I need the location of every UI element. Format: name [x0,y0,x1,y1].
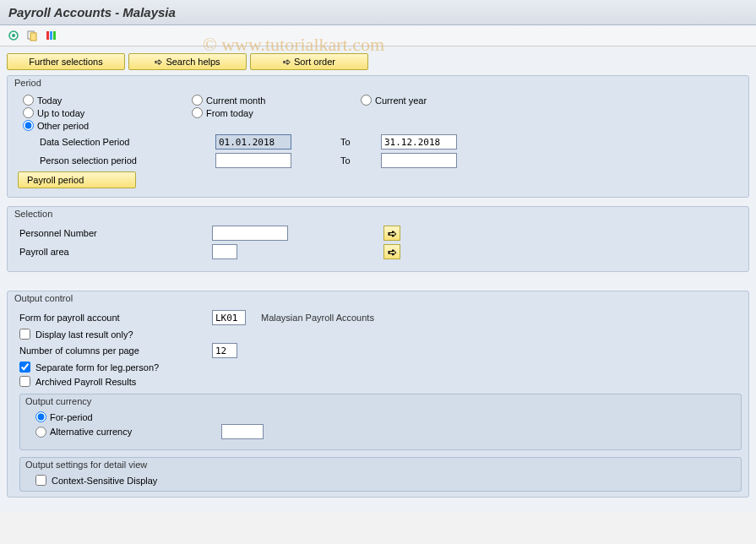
stripes-icon[interactable] [44,29,57,42]
radio-other-period-label: Other period [37,121,89,131]
context-sensitive-checkbox[interactable] [35,475,46,486]
arrow-right-icon: ➪ [155,57,162,68]
payroll-area-multi-button[interactable]: ➪ [383,244,400,259]
context-sensitive-label: Context-Sensitive Display [52,476,157,486]
app-toolbar [0,25,756,46]
arrow-right-icon: ➪ [283,57,291,68]
variant-icon[interactable] [25,29,39,42]
display-last-result-checkbox[interactable] [19,329,30,340]
radio-alternative-currency-label: Alternative currency [50,427,132,437]
sort-order-button[interactable]: ➪ Sort order [250,53,368,70]
arrow-right-icon: ➪ [388,246,397,258]
radio-up-to-today-label: Up to today [37,108,84,118]
svg-point-1 [12,34,15,37]
display-last-result-label: Display last result only? [35,329,133,340]
payroll-area-label: Payroll area [19,247,205,257]
radio-current-year-label: Current year [375,95,427,106]
data-selection-from-input[interactable] [215,134,291,150]
output-detail-view-title: Output settings for detail view [25,460,734,470]
radio-today-label: Today [37,95,62,106]
personnel-number-label: Personnel Number [19,228,205,238]
further-selections-button[interactable]: Further selections [7,53,125,70]
svg-rect-6 [53,31,56,40]
radio-today[interactable]: Today [23,95,141,106]
radio-other-period-input[interactable] [23,120,34,131]
radio-for-period-label: For-period [50,412,93,422]
person-selection-label: Person selection period [40,155,209,166]
separate-form-checkbox[interactable] [19,362,30,373]
output-currency-title: Output currency [25,396,734,406]
radio-from-today-label: From today [206,108,253,118]
period-group-title: Period [11,76,742,90]
person-selection-from-input[interactable] [215,153,291,168]
period-group: Period Today Current month Current year … [7,75,749,198]
payroll-period-button[interactable]: Payroll period [18,171,136,188]
radio-today-input[interactable] [23,95,34,106]
radio-current-month-input[interactable] [192,95,203,106]
form-for-payroll-label: Form for payroll account [19,313,205,323]
radio-other-period[interactable]: Other period [23,120,141,131]
radio-for-period-input[interactable] [35,411,46,422]
payroll-area-input[interactable] [212,244,237,259]
output-control-title: Output control [11,291,742,305]
radio-from-today-input[interactable] [192,107,203,118]
to-label-1: To [340,137,374,147]
separate-form-label: Separate form for leg.person? [35,362,159,373]
search-helps-label: Search helps [166,57,220,67]
selection-group: Selection Personnel Number ➪ Payroll are… [7,206,749,272]
selection-group-title: Selection [11,207,742,220]
output-control-group: Output control Form for payroll account … [7,291,749,498]
personnel-number-input[interactable] [212,226,288,241]
data-selection-to-input[interactable] [381,134,457,150]
to-label-2: To [340,155,374,166]
radio-for-period[interactable]: For-period [35,411,154,422]
execute-icon[interactable] [7,29,20,42]
content-area: Further selections ➪ Search helps ➪ Sort… [0,46,756,513]
radio-current-month-label: Current month [206,95,265,106]
radio-current-year[interactable]: Current year [361,95,479,106]
num-columns-label: Number of columns per page [19,345,205,356]
alternative-currency-input[interactable] [221,424,264,439]
selection-buttons: Further selections ➪ Search helps ➪ Sort… [7,53,749,70]
search-helps-button[interactable]: ➪ Search helps [128,53,247,70]
output-currency-group: Output currency For-period Alternative c… [19,394,742,450]
arrow-right-icon: ➪ [388,227,397,240]
form-for-payroll-desc: Malaysian Payroll Accounts [261,313,374,323]
page-title: Payroll Accounts - Malaysia [0,0,756,25]
radio-alternative-currency-input[interactable] [35,427,46,438]
archived-results-label: Archived Payroll Results [35,377,136,387]
radio-from-today[interactable]: From today [192,107,310,118]
svg-rect-5 [50,31,52,40]
radio-alternative-currency[interactable]: Alternative currency [35,427,196,438]
output-detail-view-group: Output settings for detail view Context-… [19,457,742,492]
sort-order-label: Sort order [294,57,335,67]
svg-rect-4 [46,31,49,40]
radio-current-month[interactable]: Current month [192,95,310,106]
radio-up-to-today-input[interactable] [23,107,34,118]
radio-up-to-today[interactable]: Up to today [23,107,141,118]
form-for-payroll-input[interactable] [212,310,246,325]
person-selection-to-input[interactable] [381,153,457,168]
personnel-number-multi-button[interactable]: ➪ [383,226,400,241]
svg-rect-3 [30,33,36,41]
data-selection-label: Data Selection Period [40,137,209,147]
radio-current-year-input[interactable] [361,95,372,106]
archived-results-checkbox[interactable] [19,376,30,387]
num-columns-input[interactable] [212,343,237,358]
